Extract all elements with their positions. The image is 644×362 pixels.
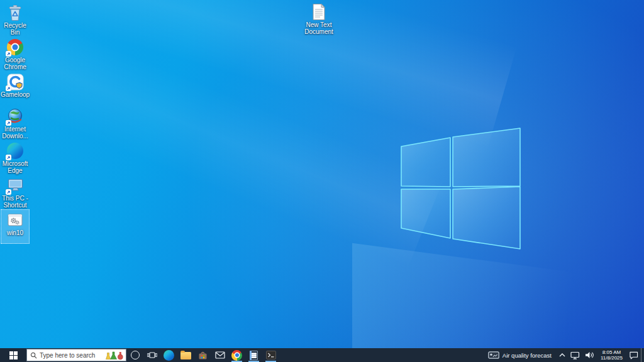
desktop-icon-recycle-bin[interactable]: Recycle Bin <box>1 2 30 36</box>
desktop-icon-this-pc[interactable]: This PC - Shortcut <box>1 175 30 209</box>
hidden-icons-button[interactable] <box>557 348 568 362</box>
taskbar-search[interactable] <box>26 349 126 361</box>
command-prompt-icon <box>266 351 276 359</box>
widget-label: Air quality forecast <box>502 352 552 359</box>
news-weather-widget[interactable]: Air quality forecast <box>484 348 557 362</box>
system-tray: Air quality forecast 8:05 AM 11/8/2025 <box>484 348 644 362</box>
icon-label: New Text Document <box>303 21 335 35</box>
desktop-icon-google-chrome[interactable]: Google Chrome <box>1 36 30 71</box>
task-view-icon <box>147 351 157 359</box>
taskbar-cmd-button[interactable] <box>262 348 279 362</box>
windows-logo-wallpaper <box>395 124 523 253</box>
taskbar-edge-button[interactable] <box>160 348 177 362</box>
gameloop-icon <box>6 73 24 90</box>
microsoft-store-icon <box>198 351 208 360</box>
search-icon <box>30 352 37 359</box>
taskbar-clock[interactable]: 8:05 AM 11/8/2025 <box>597 348 626 362</box>
idm-globe-icon <box>6 107 24 125</box>
desktop-icon-microsoft-edge[interactable]: Microsoft Edge <box>1 140 30 175</box>
chrome-icon <box>6 38 24 56</box>
icon-label: Gameloop <box>0 91 31 98</box>
chevron-up-icon <box>559 353 565 358</box>
wallpaper-light-beam <box>0 0 526 172</box>
desktop[interactable]: Recycle Bin Google Chrome <box>0 0 644 348</box>
clock-time: 8:05 AM <box>602 349 621 355</box>
icon-label: Recycle Bin <box>0 22 31 36</box>
shortcut-arrow-icon <box>6 189 11 195</box>
chrome-icon <box>231 350 242 361</box>
file-explorer-icon <box>180 352 191 359</box>
volume-button[interactable] <box>582 348 597 362</box>
icon-label: Microsoft Edge <box>0 160 31 174</box>
desktop-icon-new-text-document[interactable]: New Text Document <box>302 3 336 35</box>
shortcut-arrow-icon <box>6 155 11 160</box>
bing-daily-beakers-icon <box>105 351 124 360</box>
notepad-icon <box>250 351 258 360</box>
network-button[interactable] <box>568 348 582 362</box>
desktop-icon-internet-download-manager[interactable]: Internet Downlo... <box>1 106 30 140</box>
wallpaper-light-beam <box>0 0 450 279</box>
show-desktop-button[interactable] <box>641 348 644 362</box>
taskbar-chrome-button[interactable] <box>228 348 245 362</box>
search-input[interactable] <box>40 352 105 359</box>
recycle-bin-icon <box>6 4 24 21</box>
wallpaper-floor-glow <box>352 220 644 348</box>
icon-label: Google Chrome <box>0 57 31 70</box>
clock-date: 11/8/2025 <box>601 355 623 361</box>
shortcut-arrow-icon <box>6 120 11 126</box>
taskbar-file-explorer-button[interactable] <box>177 348 194 362</box>
desktop-icon-column: Recycle Bin Google Chrome <box>1 2 30 244</box>
taskbar: Air quality forecast 8:05 AM 11/8/2025 <box>0 348 644 362</box>
taskbar-store-button[interactable] <box>194 348 211 362</box>
shortcut-arrow-icon <box>6 85 11 91</box>
taskbar-notepad-button[interactable] <box>245 348 262 362</box>
desktop-icon-win10[interactable]: win10 <box>1 209 30 244</box>
edge-icon <box>164 350 174 361</box>
edge-icon <box>6 142 24 160</box>
icon-label: Internet Downlo... <box>0 126 31 140</box>
text-document-icon <box>311 3 326 21</box>
taskbar-mail-button[interactable] <box>211 348 228 362</box>
shortcut-arrow-icon <box>6 51 11 57</box>
windows-logo-icon <box>9 351 18 359</box>
desktop-icon-gameloop[interactable]: Gameloop <box>1 71 30 106</box>
speaker-icon <box>585 351 594 359</box>
cortana-icon <box>131 351 140 359</box>
start-button[interactable] <box>0 348 26 362</box>
this-pc-monitor-icon <box>6 177 24 194</box>
win10-file-icon <box>6 211 24 229</box>
action-center-button[interactable] <box>626 348 641 362</box>
task-view-button[interactable] <box>143 348 160 362</box>
cortana-button[interactable] <box>126 348 143 362</box>
notification-icon <box>629 351 638 359</box>
icon-label: win10 <box>0 229 31 236</box>
air-quality-icon <box>488 351 499 359</box>
icon-label: This PC - Shortcut <box>0 195 31 209</box>
ethernet-icon <box>570 351 580 359</box>
mail-icon <box>215 351 225 359</box>
